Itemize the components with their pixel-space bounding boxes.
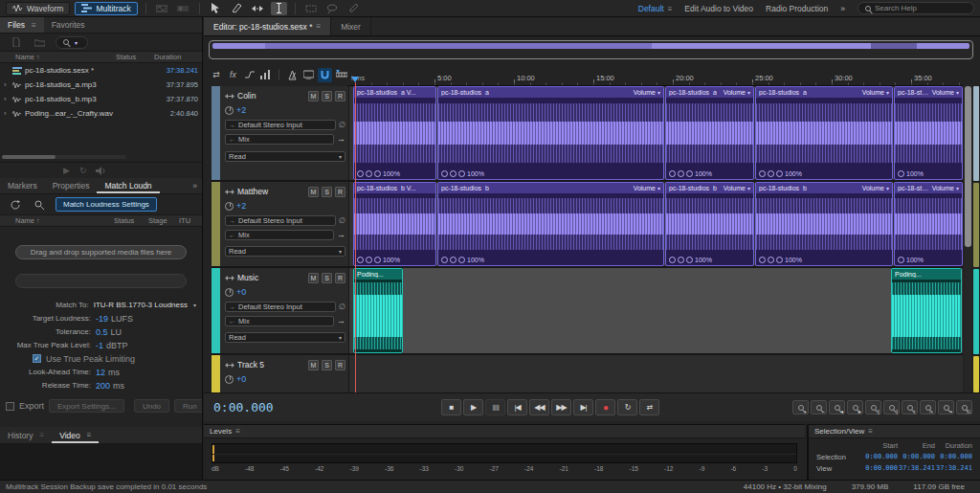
zoom-in-point-button[interactable]: [ xyxy=(865,400,881,415)
transitions-icon[interactable]: ⇄ xyxy=(210,68,223,82)
move-to-previous-button[interactable]: |◀ xyxy=(507,399,527,415)
arm-record-button[interactable]: R xyxy=(335,360,345,370)
clip-fx-icon[interactable] xyxy=(678,170,684,177)
show-spectral-icon[interactable] xyxy=(175,2,191,15)
clip-gain-icon[interactable] xyxy=(898,257,904,263)
tab-overflow-button[interactable]: » xyxy=(188,178,202,193)
track-volume-value[interactable]: +2 xyxy=(236,105,246,115)
release-value[interactable]: 200 xyxy=(96,381,110,391)
clip-stretch-icon[interactable] xyxy=(458,170,465,177)
target-loudness-value[interactable]: -19 xyxy=(96,314,108,324)
automation-mode-select[interactable]: Read▾ xyxy=(225,246,345,257)
track-name[interactable]: Track 5 xyxy=(237,360,305,370)
tab-match-loudness[interactable]: Match Loudn xyxy=(97,178,159,193)
clip-gain-icon[interactable] xyxy=(669,170,676,177)
clip-stretch-icon[interactable] xyxy=(374,170,381,177)
clip-volume-menu[interactable]: Volume▾ xyxy=(721,89,750,96)
track-volume-value[interactable]: +0 xyxy=(236,287,246,297)
loop-playback-button[interactable]: ↻ xyxy=(617,399,637,415)
paintbrush-selection-tool-icon[interactable] xyxy=(345,2,362,15)
output-select[interactable]: ←Mix xyxy=(225,316,334,326)
run-button[interactable]: Run xyxy=(174,399,202,413)
drop-area[interactable]: Drag and drop supported media files here xyxy=(15,245,187,259)
expand-chevron-icon[interactable]: › xyxy=(4,95,10,103)
output-select[interactable]: ←Mix xyxy=(225,230,334,240)
clip-gain-icon[interactable] xyxy=(357,170,364,177)
tolerance-value[interactable]: 0.5 xyxy=(96,327,108,337)
slip-tool-icon[interactable] xyxy=(250,2,266,15)
zoom-horizontal-button[interactable]: ↔ xyxy=(920,400,936,415)
workspace-overflow-button[interactable]: » xyxy=(840,4,845,13)
volume-knob[interactable] xyxy=(225,106,234,115)
audio-clip[interactable]: pc-18-studios_aVolume▾ 100% xyxy=(894,86,963,180)
arm-record-button[interactable]: R xyxy=(335,273,345,283)
arm-record-button[interactable]: R xyxy=(335,91,345,101)
pause-button[interactable]: ▮▮ xyxy=(485,399,505,415)
workspace-default-button[interactable]: Default≡ xyxy=(638,4,673,13)
clip-volume-menu[interactable]: Volume▾ xyxy=(631,185,660,191)
clip-fx-icon[interactable] xyxy=(768,257,774,263)
clip-gain-value[interactable]: 100% xyxy=(785,170,802,177)
metronome-icon[interactable] xyxy=(285,68,299,82)
clip-gain-value[interactable]: 100% xyxy=(906,257,924,263)
clip-gain-icon[interactable] xyxy=(441,257,448,263)
zoom-out-point-button[interactable]: ] xyxy=(883,400,900,415)
input-select[interactable]: →Default Stereo Input xyxy=(225,215,336,226)
clip-volume-menu[interactable]: Volume▾ xyxy=(721,185,750,191)
panel-menu-icon[interactable]: ≡ xyxy=(39,431,44,439)
help-search-input[interactable] xyxy=(875,4,967,12)
file-row-audio[interactable]: › Poding...ear_-_Crafty.wav 2:40.840 xyxy=(0,106,202,121)
time-display[interactable]: 0:00.000 xyxy=(213,400,274,415)
playhead-marker-icon[interactable] xyxy=(351,77,359,82)
speaker-icon[interactable] xyxy=(96,167,106,175)
video-output-icon[interactable] xyxy=(301,68,315,82)
file-row-audio[interactable]: › pc-18-studios_a.mp3 37:37.895 xyxy=(0,78,202,92)
sends-arrow-icon[interactable]: → xyxy=(337,134,345,144)
track-volume-value[interactable]: +0 xyxy=(236,374,246,384)
zoom-full-button[interactable]: □ xyxy=(956,400,972,415)
track-color-strip[interactable] xyxy=(212,182,220,266)
clip-volume-menu[interactable]: Volume▾ xyxy=(631,89,660,96)
clip-gain-icon[interactable] xyxy=(441,170,448,177)
track-lane[interactable]: Poding... Poding... xyxy=(348,268,963,353)
audio-clip[interactable]: pc-18-studios_aVolume▾ 100% xyxy=(755,86,893,180)
razor-tool-icon[interactable] xyxy=(229,2,245,15)
show-waveform-icon[interactable] xyxy=(154,2,170,15)
track-lane[interactable] xyxy=(348,355,963,392)
panel-menu-icon[interactable]: ≡ xyxy=(316,22,321,31)
track-lane[interactable]: pc-18-studios_b V... 100% pc-18-studios_… xyxy=(348,182,963,266)
clip-fx-icon[interactable] xyxy=(366,257,372,263)
timebar-icon[interactable] xyxy=(335,68,348,82)
solo-button[interactable]: S xyxy=(322,91,332,101)
scrollbar-handle[interactable] xyxy=(965,86,971,247)
match-analyze-icon[interactable] xyxy=(32,198,48,212)
input-select[interactable]: →Default Stereo Input xyxy=(225,120,336,130)
panel-menu-icon[interactable]: ≡ xyxy=(235,427,240,436)
clip-gain-value[interactable]: 100% xyxy=(785,257,802,263)
time-selection-tool-icon[interactable] xyxy=(271,2,287,15)
clip-gain-value[interactable]: 100% xyxy=(695,170,712,177)
clip-fx-icon[interactable] xyxy=(450,257,457,263)
preview-play-icon[interactable]: ▶ xyxy=(63,166,70,175)
sends-arrow-icon[interactable]: → xyxy=(337,230,345,239)
skip-selection-button[interactable]: ⇄ xyxy=(639,399,659,415)
view-duration-value[interactable]: 37:38.241 xyxy=(935,464,972,473)
view-start-value[interactable]: 0:00.000 xyxy=(860,464,898,473)
timeline-ruler[interactable]: hms 5:00 10:00 15:00 20:00 25:00 30:00 3… xyxy=(348,63,963,86)
track-name[interactable]: Matthew xyxy=(237,187,305,196)
phase-icon[interactable]: ∅ xyxy=(339,121,345,129)
file-row-audio[interactable]: › pc-18-studios_b.mp3 37:37.870 xyxy=(0,92,202,106)
audio-clip[interactable]: Poding... xyxy=(891,268,962,353)
track-color-strip[interactable] xyxy=(212,86,220,180)
selection-start-value[interactable]: 0:00.000 xyxy=(860,453,898,461)
sends-arrow-icon[interactable]: → xyxy=(337,316,345,325)
automation-mode-select[interactable]: Read▾ xyxy=(225,151,345,162)
match-loudness-settings-button[interactable]: Match Loudness Settings xyxy=(56,197,157,212)
track-color-strip[interactable] xyxy=(212,355,220,392)
rescan-icon[interactable] xyxy=(8,198,24,212)
clip-gain-value[interactable]: 100% xyxy=(467,257,484,263)
marquee-selection-tool-icon[interactable] xyxy=(303,2,320,15)
play-button[interactable]: ▶ xyxy=(463,399,483,415)
audio-clip[interactable]: pc-18-studios_b V... 100% xyxy=(353,182,436,266)
zoom-vertical-button[interactable]: ↕ xyxy=(902,400,918,415)
